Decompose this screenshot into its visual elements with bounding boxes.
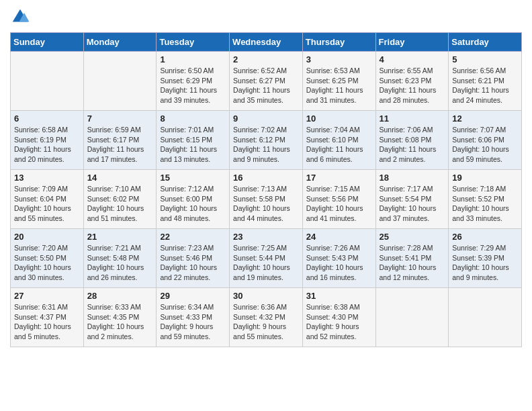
day-number: 27: [14, 291, 80, 301]
calendar-cell: 4Sunrise: 6:55 AM Sunset: 6:23 PM Daylig…: [375, 52, 449, 111]
day-number: 5: [452, 54, 518, 64]
day-info: Sunrise: 6:52 AM Sunset: 6:27 PM Dayligh…: [233, 66, 299, 105]
calendar-cell: 3Sunrise: 6:53 AM Sunset: 6:25 PM Daylig…: [302, 52, 375, 111]
day-info: Sunrise: 7:17 AM Sunset: 5:54 PM Dayligh…: [380, 184, 445, 224]
day-info: Sunrise: 7:26 AM Sunset: 5:43 PM Dayligh…: [306, 243, 372, 283]
calendar-cell: 30Sunrise: 6:36 AM Sunset: 4:32 PM Dayli…: [230, 288, 303, 347]
day-number: 21: [87, 232, 153, 242]
day-info: Sunrise: 7:12 AM Sunset: 6:00 PM Dayligh…: [160, 184, 226, 224]
calendar-cell: 21Sunrise: 7:21 AM Sunset: 5:48 PM Dayli…: [83, 229, 157, 288]
col-header-tuesday: Tuesday: [157, 33, 230, 52]
day-info: Sunrise: 6:55 AM Sunset: 6:23 PM Dayligh…: [380, 66, 445, 105]
col-header-sunday: Sunday: [11, 33, 84, 52]
calendar-cell: 29Sunrise: 6:34 AM Sunset: 4:33 PM Dayli…: [157, 288, 230, 347]
calendar-cell: 8Sunrise: 7:01 AM Sunset: 6:15 PM Daylig…: [157, 111, 230, 170]
calendar-cell: 16Sunrise: 7:13 AM Sunset: 5:58 PM Dayli…: [230, 170, 303, 229]
calendar-cell: [83, 52, 157, 111]
calendar-week-row: 27Sunrise: 6:31 AM Sunset: 4:37 PM Dayli…: [11, 288, 522, 347]
day-info: Sunrise: 7:25 AM Sunset: 5:44 PM Dayligh…: [233, 243, 299, 283]
calendar-cell: [11, 52, 84, 111]
day-info: Sunrise: 7:10 AM Sunset: 6:02 PM Dayligh…: [87, 184, 153, 224]
day-info: Sunrise: 7:20 AM Sunset: 5:50 PM Dayligh…: [14, 243, 80, 283]
day-info: Sunrise: 6:33 AM Sunset: 4:35 PM Dayligh…: [87, 302, 153, 342]
day-info: Sunrise: 7:02 AM Sunset: 6:12 PM Dayligh…: [233, 125, 299, 165]
calendar-week-row: 6Sunrise: 6:58 AM Sunset: 6:19 PM Daylig…: [11, 111, 522, 170]
calendar-cell: 22Sunrise: 7:23 AM Sunset: 5:46 PM Dayli…: [157, 229, 230, 288]
day-info: Sunrise: 7:18 AM Sunset: 5:52 PM Dayligh…: [452, 184, 518, 224]
day-number: 10: [306, 113, 372, 124]
day-number: 7: [87, 113, 153, 124]
day-info: Sunrise: 7:15 AM Sunset: 5:56 PM Dayligh…: [306, 184, 372, 224]
calendar-cell: 20Sunrise: 7:20 AM Sunset: 5:50 PM Dayli…: [11, 229, 84, 288]
day-number: 14: [87, 173, 153, 183]
col-header-thursday: Thursday: [302, 33, 375, 52]
day-info: Sunrise: 7:04 AM Sunset: 6:10 PM Dayligh…: [306, 125, 372, 165]
calendar-header-row: SundayMondayTuesdayWednesdayThursdayFrid…: [11, 33, 522, 52]
calendar-cell: 6Sunrise: 6:58 AM Sunset: 6:19 PM Daylig…: [11, 111, 84, 170]
calendar-cell: 19Sunrise: 7:18 AM Sunset: 5:52 PM Dayli…: [449, 170, 522, 229]
calendar-cell: 27Sunrise: 6:31 AM Sunset: 4:37 PM Dayli…: [11, 288, 84, 347]
calendar-cell: 9Sunrise: 7:02 AM Sunset: 6:12 PM Daylig…: [230, 111, 303, 170]
day-number: 12: [452, 113, 518, 124]
day-info: Sunrise: 7:01 AM Sunset: 6:15 PM Dayligh…: [160, 125, 226, 165]
calendar-table: SundayMondayTuesdayWednesdayThursdayFrid…: [10, 32, 522, 347]
day-number: 16: [233, 173, 299, 183]
col-header-friday: Friday: [375, 33, 449, 52]
calendar-cell: 14Sunrise: 7:10 AM Sunset: 6:02 PM Dayli…: [83, 170, 157, 229]
day-info: Sunrise: 6:59 AM Sunset: 6:17 PM Dayligh…: [87, 125, 153, 165]
calendar-cell: 2Sunrise: 6:52 AM Sunset: 6:27 PM Daylig…: [230, 52, 303, 111]
day-number: 2: [233, 54, 299, 64]
day-info: Sunrise: 7:13 AM Sunset: 5:58 PM Dayligh…: [233, 184, 299, 224]
calendar-cell: 10Sunrise: 7:04 AM Sunset: 6:10 PM Dayli…: [302, 111, 375, 170]
day-info: Sunrise: 6:58 AM Sunset: 6:19 PM Dayligh…: [14, 125, 80, 165]
day-number: 17: [306, 173, 372, 183]
calendar-cell: 5Sunrise: 6:56 AM Sunset: 6:21 PM Daylig…: [449, 52, 522, 111]
day-info: Sunrise: 6:56 AM Sunset: 6:21 PM Dayligh…: [452, 66, 518, 105]
day-info: Sunrise: 7:06 AM Sunset: 6:08 PM Dayligh…: [380, 125, 445, 165]
day-info: Sunrise: 7:09 AM Sunset: 6:04 PM Dayligh…: [14, 184, 80, 224]
day-info: Sunrise: 7:07 AM Sunset: 6:06 PM Dayligh…: [452, 125, 518, 165]
calendar-week-row: 1Sunrise: 6:50 AM Sunset: 6:29 PM Daylig…: [11, 52, 522, 111]
day-number: 13: [14, 173, 80, 183]
day-info: Sunrise: 6:50 AM Sunset: 6:29 PM Dayligh…: [160, 66, 226, 105]
day-number: 23: [233, 232, 299, 242]
day-number: 24: [306, 232, 372, 242]
calendar-week-row: 20Sunrise: 7:20 AM Sunset: 5:50 PM Dayli…: [11, 229, 522, 288]
calendar-cell: 28Sunrise: 6:33 AM Sunset: 4:35 PM Dayli…: [83, 288, 157, 347]
col-header-monday: Monday: [83, 33, 157, 52]
day-number: 19: [452, 173, 518, 183]
day-number: 4: [380, 54, 445, 64]
calendar-cell: 12Sunrise: 7:07 AM Sunset: 6:06 PM Dayli…: [449, 111, 522, 170]
calendar-cell: 7Sunrise: 6:59 AM Sunset: 6:17 PM Daylig…: [83, 111, 157, 170]
day-number: 3: [306, 54, 372, 64]
day-number: 20: [14, 232, 80, 242]
day-number: 18: [380, 173, 445, 183]
day-number: 25: [380, 232, 445, 242]
calendar-cell: 26Sunrise: 7:29 AM Sunset: 5:39 PM Dayli…: [449, 229, 522, 288]
calendar-cell: 31Sunrise: 6:38 AM Sunset: 4:30 PM Dayli…: [302, 288, 375, 347]
calendar-cell: 24Sunrise: 7:26 AM Sunset: 5:43 PM Dayli…: [302, 229, 375, 288]
calendar-cell: 18Sunrise: 7:17 AM Sunset: 5:54 PM Dayli…: [375, 170, 449, 229]
day-number: 22: [160, 232, 226, 242]
day-number: 15: [160, 173, 226, 183]
calendar-cell: 23Sunrise: 7:25 AM Sunset: 5:44 PM Dayli…: [230, 229, 303, 288]
day-number: 11: [380, 113, 445, 124]
col-header-saturday: Saturday: [449, 33, 522, 52]
day-info: Sunrise: 6:34 AM Sunset: 4:33 PM Dayligh…: [160, 302, 226, 342]
calendar-cell: 11Sunrise: 7:06 AM Sunset: 6:08 PM Dayli…: [375, 111, 449, 170]
day-info: Sunrise: 6:53 AM Sunset: 6:25 PM Dayligh…: [306, 66, 372, 105]
day-number: 6: [14, 113, 80, 124]
day-info: Sunrise: 7:21 AM Sunset: 5:48 PM Dayligh…: [87, 243, 153, 283]
calendar-cell: [375, 288, 449, 347]
calendar-cell: 13Sunrise: 7:09 AM Sunset: 6:04 PM Dayli…: [11, 170, 84, 229]
calendar-cell: 25Sunrise: 7:28 AM Sunset: 5:41 PM Dayli…: [375, 229, 449, 288]
day-info: Sunrise: 7:28 AM Sunset: 5:41 PM Dayligh…: [380, 243, 445, 283]
col-header-wednesday: Wednesday: [230, 33, 303, 52]
day-number: 29: [160, 291, 226, 301]
day-number: 1: [160, 54, 226, 64]
day-number: 28: [87, 291, 153, 301]
day-info: Sunrise: 6:31 AM Sunset: 4:37 PM Dayligh…: [14, 302, 80, 342]
logo: [10, 7, 33, 27]
calendar-cell: 17Sunrise: 7:15 AM Sunset: 5:56 PM Dayli…: [302, 170, 375, 229]
day-number: 8: [160, 113, 226, 124]
